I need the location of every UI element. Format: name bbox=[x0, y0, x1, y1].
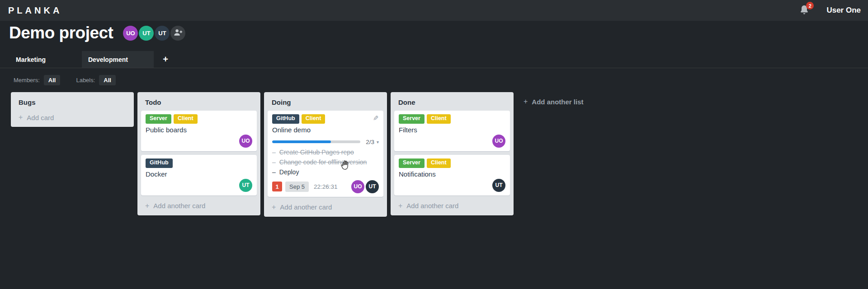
plus-icon: + bbox=[398, 202, 402, 210]
card-labels: Server Client bbox=[399, 114, 505, 124]
card-member-avatar: UO bbox=[351, 180, 364, 193]
notification-badge: 2 bbox=[806, 2, 814, 9]
label-client: Client bbox=[302, 114, 326, 124]
add-list-button[interactable]: + Add another list bbox=[524, 96, 588, 107]
project-header: Demo project UO UT UT bbox=[9, 23, 185, 42]
task-list: – Create GitHub Pages repo – Change code… bbox=[272, 147, 379, 177]
card-notifications[interactable]: Server Client Notifications UT bbox=[394, 155, 510, 196]
add-card-label: Add another card bbox=[406, 202, 458, 210]
list-bugs: Bugs + Add card bbox=[11, 92, 134, 127]
card-member-avatar: UT bbox=[492, 179, 505, 192]
card-title: Filters bbox=[399, 126, 505, 134]
card-title: Online demo bbox=[272, 126, 379, 134]
board: Bugs + Add card Todo Server Client Publi… bbox=[11, 92, 514, 217]
card-notification-badge: 1 bbox=[272, 182, 282, 191]
task-text: Change code for offline version bbox=[279, 158, 367, 166]
card-footer: 1 Sep 5 22:26:31 UO UT bbox=[272, 180, 379, 193]
add-member-button[interactable] bbox=[170, 26, 185, 41]
card-members: UT bbox=[146, 179, 252, 192]
card-filters[interactable]: Server Client Filters UO bbox=[394, 111, 510, 151]
add-card-button[interactable]: + Add another card bbox=[394, 199, 510, 212]
progress-bar bbox=[272, 140, 360, 143]
project-members: UO UT UT bbox=[123, 26, 185, 41]
notifications-button[interactable]: 2 bbox=[799, 5, 810, 16]
project-member-avatar[interactable]: UT bbox=[139, 26, 154, 41]
add-card-label: Add another card bbox=[153, 202, 205, 210]
label-server: Server bbox=[399, 158, 425, 168]
page-title[interactable]: Demo project bbox=[9, 23, 113, 42]
tab-development[interactable]: Development bbox=[82, 51, 154, 68]
board-tabs: Marketing Development + bbox=[0, 51, 868, 68]
add-card-button[interactable]: + Add another card bbox=[141, 199, 257, 212]
card-online-demo[interactable]: GitHub Client ✎ Online demo 2/3 ▾ – Crea… bbox=[268, 111, 383, 197]
card-title: Public boards bbox=[146, 126, 252, 134]
label-github: GitHub bbox=[146, 158, 173, 168]
plus-icon: + bbox=[272, 203, 276, 211]
list-todo: Todo Server Client Public boards UO GitH… bbox=[137, 92, 260, 215]
add-board-button[interactable]: + bbox=[154, 51, 177, 68]
progress-fill bbox=[272, 140, 331, 143]
list-name[interactable]: Done bbox=[394, 96, 510, 111]
tab-marketing[interactable]: Marketing bbox=[11, 51, 82, 68]
topbar-right: 2 User One bbox=[799, 5, 861, 16]
plus-icon: + bbox=[524, 98, 528, 106]
task-progress: 2/3 ▾ bbox=[272, 139, 379, 145]
card-title: Notifications bbox=[399, 170, 505, 178]
due-date-badge: Sep 5 bbox=[285, 182, 309, 192]
card-public-boards[interactable]: Server Client Public boards UO bbox=[141, 111, 257, 151]
app-logo[interactable]: PLANKA bbox=[8, 5, 62, 16]
project-member-avatar[interactable]: UO bbox=[123, 26, 138, 41]
chevron-down-icon[interactable]: ▾ bbox=[377, 140, 379, 144]
list-name[interactable]: Todo bbox=[141, 96, 257, 111]
task-item: – Change code for offline version bbox=[272, 157, 379, 167]
list-doing: Doing GitHub Client ✎ Online demo 2/3 ▾ … bbox=[264, 92, 387, 217]
add-card-label: Add another card bbox=[280, 203, 332, 211]
card-members: UO bbox=[399, 135, 505, 148]
card-labels: Server Client bbox=[399, 158, 505, 168]
filter-bar: Members: All Labels: All bbox=[14, 75, 116, 85]
card-title: Docker bbox=[146, 170, 252, 178]
card-labels: GitHub Client ✎ bbox=[272, 114, 379, 124]
card-members: UT bbox=[399, 179, 505, 192]
task-dash: – bbox=[272, 168, 276, 176]
label-client: Client bbox=[427, 114, 451, 124]
label-client: Client bbox=[174, 114, 198, 124]
topbar: PLANKA 2 User One bbox=[0, 0, 868, 21]
card-docker[interactable]: GitHub Docker UT bbox=[141, 155, 257, 196]
label-client: Client bbox=[427, 158, 451, 168]
add-list-label: Add another list bbox=[532, 98, 583, 106]
card-labels: GitHub bbox=[146, 158, 252, 168]
add-card-label: Add card bbox=[27, 114, 54, 121]
plus-icon: + bbox=[145, 202, 149, 210]
task-item: – Create GitHub Pages repo bbox=[272, 147, 379, 157]
plus-icon: + bbox=[163, 54, 168, 65]
card-member-avatar: UT bbox=[366, 180, 379, 193]
task-dash: – bbox=[272, 149, 276, 156]
label-github: GitHub bbox=[272, 114, 299, 124]
labels-filter-value[interactable]: All bbox=[99, 75, 116, 85]
card-member-avatar: UO bbox=[239, 135, 252, 148]
card-members: UO UT bbox=[351, 180, 379, 193]
edit-card-icon[interactable]: ✎ bbox=[373, 114, 379, 122]
members-filter-value[interactable]: All bbox=[44, 75, 61, 85]
add-card-button[interactable]: + Add card bbox=[14, 111, 130, 123]
plus-icon: + bbox=[19, 113, 23, 121]
list-name[interactable]: Doing bbox=[268, 96, 383, 111]
list-done: Done Server Client Filters UO Server Cli… bbox=[391, 92, 514, 215]
task-dash: – bbox=[272, 158, 276, 166]
label-server: Server bbox=[146, 114, 171, 124]
add-card-button[interactable]: + Add another card bbox=[268, 200, 383, 213]
task-text: Deploy bbox=[279, 168, 299, 176]
members-filter-label: Members: bbox=[14, 77, 40, 84]
bell-icon bbox=[799, 9, 809, 17]
list-name[interactable]: Bugs bbox=[14, 96, 130, 111]
user-menu[interactable]: User One bbox=[826, 6, 861, 15]
card-member-avatar: UO bbox=[492, 135, 505, 148]
task-item: – Deploy bbox=[272, 167, 379, 177]
card-members: UO bbox=[146, 135, 252, 148]
card-labels: Server Client bbox=[146, 114, 252, 124]
labels-filter-label: Labels: bbox=[76, 77, 95, 84]
project-member-avatar[interactable]: UT bbox=[155, 26, 170, 41]
progress-label: 2/3 bbox=[366, 139, 374, 145]
card-member-avatar: UT bbox=[239, 179, 252, 192]
